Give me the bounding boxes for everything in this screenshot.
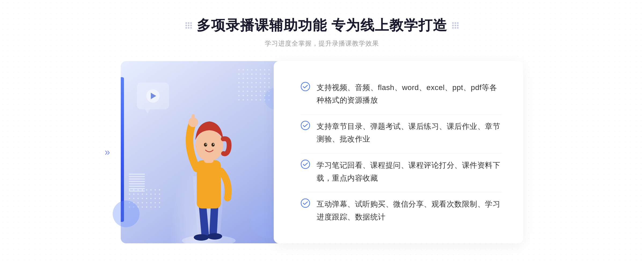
feature-text-3: 学习笔记回看、课程提问、课程评论打分、课件资料下载，重点内容收藏 xyxy=(317,159,502,184)
sub-title: 学习进度全掌握，提升录播课教学效果 xyxy=(185,39,459,48)
feature-item-3: 学习笔记回看、课程提问、课程评论打分、课件资料下载，重点内容收藏 xyxy=(301,153,502,190)
feature-text-1: 支持视频、音频、flash、word、excel、ppt、pdf等各种格式的资源… xyxy=(317,81,502,107)
check-icon-1 xyxy=(301,82,310,91)
figure-container xyxy=(171,96,246,243)
check-icon-4 xyxy=(301,198,310,208)
feature-item-1: 支持视频、音频、flash、word、excel、ppt、pdf等各种格式的资源… xyxy=(301,76,502,112)
svg-point-10 xyxy=(195,130,223,161)
feature-item-2: 支持章节目录、弹题考试、课后练习、课后作业、章节测验、批改作业 xyxy=(301,114,502,151)
left-decorative-dots xyxy=(185,22,192,29)
feature-text-2: 支持章节目录、弹题考试、课后练习、课后作业、章节测验、批改作业 xyxy=(317,120,502,146)
illustration-section: » xyxy=(121,61,282,243)
play-triangle xyxy=(151,93,156,99)
main-title: 多项录播课辅助功能 专为线上教学打造 xyxy=(197,16,447,35)
svg-point-13 xyxy=(206,144,207,145)
svg-point-15 xyxy=(301,82,310,91)
check-icon-3 xyxy=(301,159,310,169)
content-area: » xyxy=(121,61,523,243)
svg-point-5 xyxy=(207,233,222,240)
semi-circle-blue xyxy=(113,200,140,227)
play-icon xyxy=(146,89,160,103)
right-decorative-dots xyxy=(452,22,459,29)
title-row: 多项录播课辅助功能 专为线上教学打造 xyxy=(185,16,459,35)
svg-point-4 xyxy=(194,234,209,241)
check-icon-2 xyxy=(301,121,310,130)
svg-point-16 xyxy=(301,121,310,130)
header-section: 多项录播课辅助功能 专为线上教学打造 学习进度全掌握，提升录播课教学效果 xyxy=(185,16,459,48)
blue-bar xyxy=(121,77,124,222)
features-section: 支持视频、音频、flash、word、excel、ppt、pdf等各种格式的资源… xyxy=(274,61,523,243)
play-bubble xyxy=(137,83,169,109)
svg-point-11 xyxy=(204,143,207,147)
left-chevrons: » xyxy=(105,147,110,158)
svg-point-17 xyxy=(301,160,310,169)
page-wrapper: 多项录播课辅助功能 专为线上教学打造 学习进度全掌握，提升录播课教学效果 » xyxy=(0,0,644,261)
chevron-icon: » xyxy=(105,147,110,158)
svg-rect-8 xyxy=(192,114,195,124)
svg-point-18 xyxy=(301,199,310,207)
feature-item-4: 互动弹幕、试听购买、微信分享、观看次数限制、学习进度跟踪、数据统计 xyxy=(301,192,502,229)
svg-point-12 xyxy=(211,143,215,147)
person-illustration xyxy=(171,96,246,243)
stripes-decoration xyxy=(129,174,145,195)
feature-text-4: 互动弹幕、试听购买、微信分享、观看次数限制、学习进度跟踪、数据统计 xyxy=(317,198,502,223)
svg-point-14 xyxy=(213,144,214,145)
